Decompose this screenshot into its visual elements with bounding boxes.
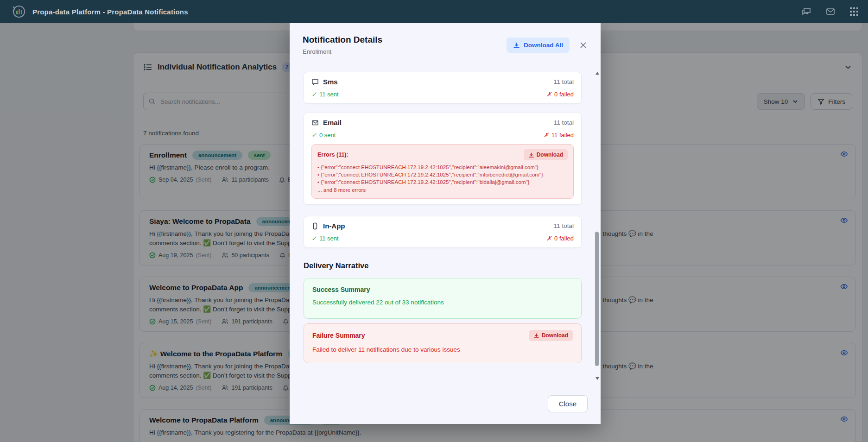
- modal-footer: Close: [548, 395, 588, 412]
- channel-card-inapp: In-App 11 total ✓11 sent ✗0 failed: [304, 216, 582, 248]
- error-more: ... and 8 more errors: [317, 186, 568, 194]
- close-button[interactable]: Close: [548, 395, 588, 412]
- app-logo-icon: [9, 3, 26, 20]
- check-icon: ✓: [311, 235, 317, 242]
- error-line: {"error":"connect EHOSTUNREACH 172.19.2.…: [317, 171, 568, 178]
- errors-title: Errors (11):: [317, 152, 348, 158]
- chat-icon[interactable]: [801, 6, 811, 17]
- failure-summary-box: Failure Summary Download Failed to deliv…: [304, 323, 582, 363]
- channel-total: 11 total: [554, 78, 574, 85]
- channel-total: 11 total: [554, 222, 574, 229]
- cross-icon: ✗: [544, 132, 549, 139]
- failure-summary-title: Failure Summary: [312, 332, 365, 339]
- delivery-narrative-heading: Delivery Narrative: [304, 261, 582, 270]
- scroll-up-arrow[interactable]: [596, 72, 599, 75]
- channel-sent: ✓11 sent: [311, 235, 339, 242]
- channel-failed: ✗0 failed: [546, 235, 574, 242]
- modal-body: Sms 11 total ✓11 sent ✗0 failed Email 11…: [304, 72, 582, 363]
- download-icon: [513, 42, 520, 49]
- success-summary-box: Success Summary Successfully delivered 2…: [304, 278, 582, 319]
- channel-failed: ✗11 failed: [544, 132, 574, 139]
- download-icon: [528, 152, 534, 158]
- errors-box: Errors (11): Download {"error":"connect …: [311, 144, 574, 199]
- navbar-actions: [801, 6, 859, 17]
- phone-icon: [311, 222, 319, 230]
- channel-card-email: Email 11 total ✓0 sent ✗11 failed Errors…: [304, 113, 582, 205]
- error-line: {"error":"connect EHOSTUNREACH 172.19.2.…: [317, 178, 568, 186]
- check-icon: ✓: [311, 91, 317, 98]
- success-summary-text: Successfully delivered 22 out of 33 noti…: [312, 299, 573, 306]
- cross-icon: ✗: [546, 91, 551, 98]
- channel-name: In-App: [323, 222, 345, 230]
- channel-total: 11 total: [554, 119, 574, 126]
- navbar-brand: Propa-data Platform - PropaData Notifica…: [9, 3, 188, 20]
- modal-scrollbar[interactable]: [595, 72, 600, 380]
- modal-header: Notification Details Enrollment Download…: [290, 23, 601, 55]
- channel-failed: ✗0 failed: [546, 91, 574, 98]
- channel-name: Sms: [323, 78, 338, 86]
- scrollbar-thumb[interactable]: [595, 232, 599, 366]
- cross-icon: ✗: [546, 235, 551, 242]
- download-all-button[interactable]: Download All: [507, 38, 570, 53]
- failure-summary-text: Failed to deliver 11 notifications due t…: [312, 346, 573, 353]
- failure-download-button[interactable]: Download: [529, 330, 573, 341]
- success-summary-title: Success Summary: [312, 286, 573, 293]
- check-icon: ✓: [311, 132, 317, 139]
- errors-download-button[interactable]: Download: [524, 149, 568, 160]
- modal-title: Notification Details: [303, 35, 382, 45]
- channel-card-sms: Sms 11 total ✓11 sent ✗0 failed: [304, 72, 582, 104]
- error-line: {"error":"connect EHOSTUNREACH 172.19.2.…: [317, 164, 568, 171]
- channel-sent: ✓11 sent: [311, 91, 339, 98]
- app-title: Propa-data Platform - PropaData Notifica…: [32, 8, 188, 16]
- channel-name: Email: [323, 119, 342, 126]
- close-icon[interactable]: [579, 41, 588, 50]
- navbar: Propa-data Platform - PropaData Notifica…: [0, 0, 868, 23]
- sms-icon: [311, 78, 319, 86]
- apps-grid-icon[interactable]: [849, 7, 859, 16]
- notification-details-modal: Notification Details Enrollment Download…: [290, 23, 601, 424]
- modal-subtitle: Enrollment: [303, 48, 382, 55]
- email-icon: [311, 119, 319, 126]
- channel-sent: ✓0 sent: [311, 132, 336, 139]
- download-icon: [533, 333, 539, 339]
- mail-icon[interactable]: [825, 6, 836, 17]
- scroll-down-arrow[interactable]: [596, 377, 599, 380]
